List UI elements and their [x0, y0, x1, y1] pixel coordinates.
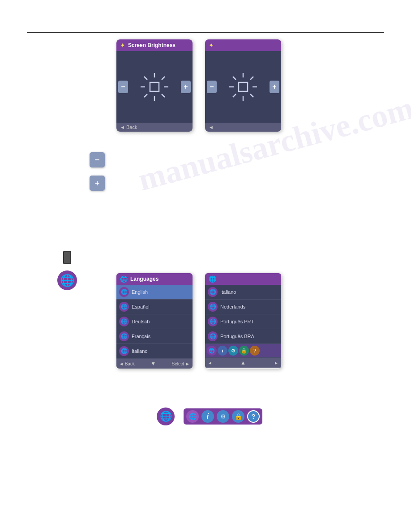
lang-item-italiano-2[interactable]: 🌐 Italiano [205, 285, 281, 300]
brightness-back-label-1: ◄ Back [120, 124, 137, 130]
lang-label-italiano-2: Italiano [220, 289, 236, 295]
lang-globe-francais: 🌐 [119, 331, 129, 341]
brightness-header-2: ✦ [205, 39, 281, 51]
row-info-icon: i [218, 346, 227, 356]
brightness-footer-1: ◄ Back [116, 123, 193, 132]
brightness-panel-1: ✦ Screen Brightness − [116, 39, 193, 132]
brightness-header-1: ✦ Screen Brightness [116, 39, 193, 51]
brightness-title-1: Screen Brightness [128, 42, 176, 48]
lang-item-portugues-bra[interactable]: 🌐 Português BRA [205, 329, 281, 344]
lang-label-english: English [132, 289, 148, 295]
lang-globe-nederlands: 🌐 [208, 302, 218, 312]
left-icons-section: 🌐 [57, 251, 77, 290]
lang-label-italiano-1: Italiano [132, 348, 147, 354]
lang-label-portugues-bra: Português BRA [220, 334, 254, 339]
small-device-icon [63, 251, 71, 264]
strip-help-icon: ? [247, 410, 260, 423]
lang-globe-icon-2: 🌐 [209, 275, 216, 283]
lang-icons-row: 🌐 i ⚙ 🔒 ? [205, 344, 281, 358]
brightness-footer-2: ◄ [205, 123, 281, 132]
brightness-plus-btn-2[interactable]: + [270, 81, 279, 93]
svg-line-16 [233, 94, 236, 97]
side-buttons: − + [90, 152, 105, 199]
lang-list-1: 🌐 English 🌐 Español 🌐 Deutsch 🌐 Français… [116, 285, 193, 359]
strip-lock-icon: 🔒 [232, 410, 244, 423]
brightness-sun-svg-2 [227, 71, 259, 103]
svg-line-6 [162, 77, 165, 80]
lang-label-deutsch: Deutsch [132, 319, 150, 324]
brightness-panel-2: ✦ − + ◄ [205, 39, 281, 132]
lang-label-francais: Français [132, 334, 150, 339]
languages-header-1: 🌐 Languages [116, 273, 193, 285]
brightness-minus-btn-1[interactable]: − [118, 81, 128, 93]
lang-globe-english: 🌐 [119, 287, 129, 297]
brightness-sun-svg-1 [139, 71, 170, 103]
lang-globe-icon-1: 🌐 [120, 275, 128, 283]
languages-section: 🌐 Languages 🌐 English 🌐 Español 🌐 Deutsc… [116, 273, 281, 369]
svg-line-14 [250, 94, 253, 97]
strip-info-icon: i [201, 410, 214, 423]
brightness-sun-icon-1: ✦ [120, 42, 125, 49]
bottom-globe-icon: 🌐 [157, 408, 175, 425]
row-help-icon: ? [250, 346, 260, 356]
lang-globe-italiano-1: 🌐 [119, 346, 129, 356]
lang-label-espanol: Español [132, 304, 150, 309]
lang-globe-espanol: 🌐 [119, 302, 129, 312]
lang-title-1: Languages [130, 276, 158, 282]
bottom-icons-section: 🌐 🌐 i ⚙ 🔒 ? [157, 408, 262, 425]
lang-item-english[interactable]: 🌐 English [116, 285, 193, 300]
lang-item-deutsch[interactable]: 🌐 Deutsch [116, 314, 193, 329]
lang-label-portugues-prt: Português PRT [220, 319, 254, 324]
lang-list-2: 🌐 Italiano 🌐 Nederlands 🌐 Português PRT … [205, 285, 281, 358]
row-lock-icon: 🔒 [239, 346, 249, 356]
bottom-icon-strip: 🌐 i ⚙ 🔒 ? [184, 408, 262, 425]
languages-panel-2: 🌐 🌐 Italiano 🌐 Nederlands 🌐 Português PR… [205, 273, 281, 369]
svg-line-5 [162, 94, 165, 97]
strip-globe-icon: 🌐 [186, 410, 199, 423]
lang-footer-1: ◄ Back ▼ Select ► [116, 359, 193, 369]
lang-globe-portugues-bra: 🌐 [208, 331, 218, 341]
lang-globe-deutsch: 🌐 [119, 317, 129, 326]
lang-arrow-down-1: ▼ [150, 360, 156, 367]
side-minus-btn[interactable]: − [90, 152, 105, 167]
brightness-body-1: − + [116, 51, 193, 123]
row-globe-icon: 🌐 [207, 346, 217, 356]
globe-icon-large: 🌐 [57, 270, 77, 290]
lang-back-label-1: ◄ Back [119, 361, 135, 366]
lang-globe-italiano-2: 🌐 [208, 287, 218, 297]
brightness-plus-btn-1[interactable]: + [181, 81, 191, 93]
languages-header-2: 🌐 [205, 273, 281, 285]
top-divider [27, 32, 384, 33]
lang-item-portugues-prt[interactable]: 🌐 Português PRT [205, 314, 281, 329]
lang-arrow-up-2: ▲ [240, 360, 246, 366]
languages-panel-1: 🌐 Languages 🌐 English 🌐 Español 🌐 Deutsc… [116, 273, 193, 369]
lang-back-label-2: ◄ [208, 360, 212, 365]
svg-rect-8 [150, 82, 159, 91]
lang-footer-2: ◄ ▲ ► [205, 358, 281, 368]
brightness-minus-btn-2[interactable]: − [207, 81, 217, 93]
lang-item-nederlands[interactable]: 🌐 Nederlands [205, 300, 281, 314]
lang-next-2: ► [274, 360, 278, 365]
svg-line-13 [233, 77, 236, 80]
side-plus-btn[interactable]: + [90, 176, 105, 191]
brightness-section: ✦ Screen Brightness − [116, 39, 281, 132]
lang-globe-portugues-prt: 🌐 [208, 317, 218, 326]
lang-select-label-1: Select ► [172, 361, 190, 366]
svg-line-15 [250, 77, 253, 80]
lang-item-italiano-1[interactable]: 🌐 Italiano [116, 344, 193, 359]
brightness-back-label-2: ◄ [209, 124, 214, 130]
lang-item-francais[interactable]: 🌐 Français [116, 329, 193, 344]
lang-item-espanol[interactable]: 🌐 Español [116, 300, 193, 314]
strip-gear-icon: ⚙ [217, 410, 229, 423]
svg-line-4 [144, 77, 147, 80]
svg-rect-17 [239, 82, 248, 91]
brightness-body-2: − + [205, 51, 281, 123]
row-gear-icon: ⚙ [228, 346, 238, 356]
svg-line-7 [144, 94, 147, 97]
brightness-sun-icon-2: ✦ [209, 42, 214, 49]
lang-label-nederlands: Nederlands [220, 304, 245, 309]
